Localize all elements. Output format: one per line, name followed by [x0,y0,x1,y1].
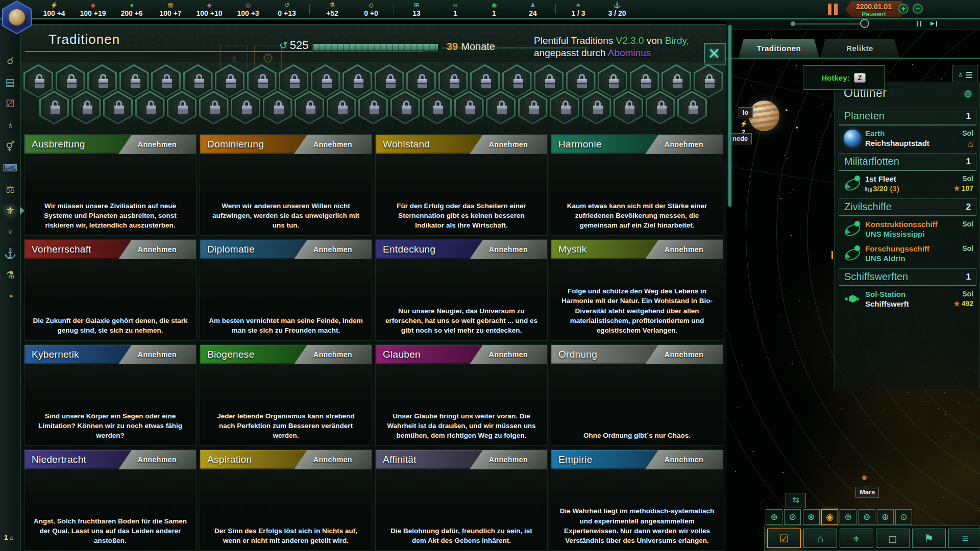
tradition-card-biogenese: BiogeneseAnnehmenJeder lebende Organismu… [200,345,372,445]
annehmen-button-wohlstand[interactable]: Annehmen [470,135,547,154]
entry-subname: Schiffswerft [865,299,909,308]
sidebar-item-ship-designer[interactable]: ⚓ [2,245,19,262]
star-dot [975,37,975,37]
tradition-card-affinitaet: AffinitätAnnehmenDie Belohnung dafür, fr… [376,450,547,550]
card-description: Wir müssen unsere Zivilisation auf neue … [33,201,188,230]
home-icon: ⌂ [10,534,13,541]
sidebar-item-technology[interactable]: ⌨ [2,159,19,177]
planet-mars[interactable] [862,475,867,480]
star-dot [760,532,760,533]
situation-log-button[interactable]: ⚑ [912,529,946,548]
outliner-section-header[interactable]: Schiffswerften1 [839,268,976,286]
star-dot [799,300,800,301]
annehmen-button-biogenese[interactable]: Annehmen [294,345,372,364]
mini-pause-button[interactable] [917,20,928,28]
progress-fill [313,44,438,51]
fleet-reinforce-value: (3) [890,184,899,193]
tradition-slot-locked [56,64,85,98]
annehmen-button-diplomatie[interactable]: Annehmen [294,240,372,259]
zoom-slider-knob[interactable] [860,19,869,28]
card-title: Glauben [383,345,421,364]
star-dot [792,189,793,190]
annehmen-button-glauben[interactable]: Annehmen [470,345,547,364]
tradition-slot-locked [614,91,643,124]
annehmen-button-kybernetik[interactable]: Annehmen [118,345,196,364]
planet-jupiter[interactable] [749,101,779,131]
sidebar-item-economy[interactable]: ◔ [2,288,19,305]
galaxy-map-view[interactable]: Io ⚡ 2 nede Mars ▶ Traditionen Relikte ♁… [725,18,980,551]
resource-value: +52 [315,10,349,17]
sidebar-item-government[interactable]: ♁ [2,116,19,134]
sidebar-item-policies[interactable]: ♆ [2,223,19,241]
outliner-entry[interactable]: 1st Fleet3/20 (3)Sol107 [839,173,976,195]
section-label: Planeten [844,110,885,122]
annehmen-button-empirie[interactable]: Annehmen [645,450,723,469]
stored-unity-value: 525 [290,39,309,52]
outliner-entry[interactable]: ForschungsschiffUNS AldrinSol [839,243,976,265]
galaxy-search-button[interactable]: ⌖ [840,529,873,548]
map-mode-unions-button[interactable]: ⊘ [784,509,801,525]
outliner-entry[interactable]: Sol-StationSchiffswerftSol492 [839,288,976,311]
sidebar-item-contacts[interactable]: ☌ [2,52,19,69]
map-mode-sectors-button[interactable]: ⊕ [877,509,894,525]
speed-down-button[interactable]: − [913,4,923,14]
tab-traditionen[interactable]: Traditionen [739,39,819,58]
outliner-section-header[interactable]: Planeten1 [839,108,976,126]
planets-and-sectors-button[interactable]: ⌂ [803,529,837,548]
annehmen-button-affinitaet[interactable]: Annehmen [470,450,547,469]
tradition-slot-locked [422,91,452,124]
map-mode-military-button[interactable]: ◉ [821,509,838,525]
date-display[interactable]: 2200.01.01 Pausiert [845,1,902,17]
map-mode-default-button[interactable]: ⊛ [766,509,782,525]
annehmen-button-ordnung[interactable]: Annehmen [645,345,723,364]
planet-label-io[interactable]: Io [739,107,753,118]
tradition-slot-locked [342,64,372,98]
map-mode-players-button[interactable]: ⊙ [895,509,912,525]
sidebar-item-traditions[interactable]: ⚜ [2,202,19,219]
card-description: Der Sinn des Erfolgs löst sich in Nichts… [208,526,363,545]
selection-cursor [831,251,833,259]
annehmen-button-niedertracht[interactable]: Annehmen [118,450,196,469]
panel-scrollbar[interactable] [728,25,731,207]
card-title: Empirie [558,450,593,469]
map-mode-trade-button[interactable]: ⊚ [859,509,875,525]
tradition-slot-locked [390,91,420,124]
annehmen-button-dominierung[interactable]: Annehmen [294,135,372,154]
annehmen-button-mystik[interactable]: Annehmen [645,240,723,259]
sidebar-item-research[interactable]: ⚗ [2,266,19,284]
sidebar-item-market[interactable]: ▤ [2,73,19,91]
map-mode-opinion-button[interactable]: ⊗ [803,509,820,525]
sidebar-item-species[interactable]: ⚥ [2,138,19,155]
pause-icon[interactable] [828,4,839,15]
entry-subtext: Reichshauptstadt [865,139,929,147]
map-mode-diplomatic-button[interactable]: ⊜ [840,509,856,525]
swap-view-button[interactable]: ⇆ [786,493,806,508]
sidebar-item-edicts[interactable]: ⚖ [2,181,19,198]
speed-up-button[interactable]: + [898,4,909,14]
annehmen-button-aspiration[interactable]: Annehmen [294,450,372,469]
zoom-slider-track[interactable] [794,23,865,24]
tradition-slot-locked [151,64,181,98]
outliner-entry[interactable]: KonstruktionsschiffUNS MississippiSol [839,218,976,241]
planet-label-ganymede[interactable]: nede [728,133,752,144]
outliner-section-header[interactable]: Militärflotten1 [839,153,976,171]
expansion-planner-button[interactable]: ☑ [767,529,801,548]
home-system-indicator[interactable]: 1⌂ [4,534,13,541]
gear-icon[interactable]: ⚙ [964,88,972,100]
padlock-icon [705,74,715,89]
tradition-slot-locked [23,64,53,98]
message-log-button[interactable]: ◻ [876,529,910,548]
sidebar-item-trade[interactable]: ⚂ [2,95,19,112]
mini-step-button[interactable]: ▶ [930,20,942,28]
annehmen-button-harmonie[interactable]: Annehmen [645,135,723,154]
annehmen-button-ausbreitung[interactable]: Annehmen [118,135,196,154]
annehmen-button-entdeckung[interactable]: Annehmen [470,240,547,259]
annehmen-button-vorherrschaft[interactable]: Annehmen [118,240,196,259]
menu-button[interactable]: ≡ [948,529,980,548]
outliner-section-header[interactable]: Zivilschiffe2 [839,198,976,216]
card-header: BiogeneseAnnehmen [200,345,372,364]
food-icon: ● [115,2,149,9]
tab-relikte[interactable]: Relikte [820,39,899,58]
planet-label-mars[interactable]: Mars [855,487,879,498]
outliner-entry[interactable]: EarthReichshauptstadtSol⌂ [839,128,976,150]
